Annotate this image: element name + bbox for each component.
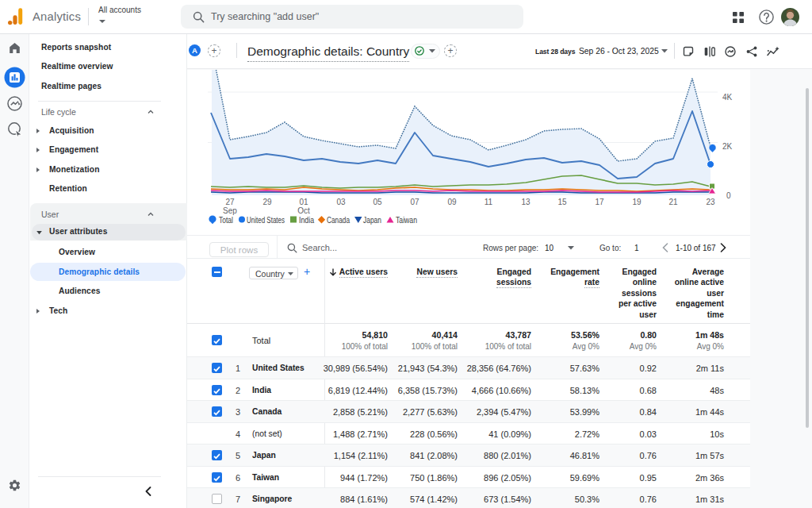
svg-text:Japan: Japan	[363, 216, 381, 225]
svg-text:Total: Total	[219, 216, 233, 225]
svg-text:13: 13	[521, 198, 530, 206]
svg-text:03: 03	[336, 198, 346, 206]
svg-text:01: 01	[299, 198, 308, 206]
svg-text:05: 05	[373, 198, 382, 206]
svg-text:07: 07	[410, 198, 419, 206]
svg-text:Taiwan: Taiwan	[396, 216, 417, 225]
svg-text:Oct: Oct	[297, 206, 310, 215]
svg-text:19: 19	[632, 198, 642, 206]
svg-text:27: 27	[225, 198, 235, 206]
svg-text:23: 23	[706, 198, 715, 206]
svg-text:29: 29	[262, 198, 272, 206]
svg-text:Sep: Sep	[223, 206, 237, 215]
svg-text:09: 09	[447, 198, 457, 206]
svg-text:15: 15	[557, 198, 567, 206]
svg-text:21: 21	[668, 198, 678, 206]
svg-text:0: 0	[726, 191, 731, 200]
svg-text:2K: 2K	[722, 142, 733, 151]
svg-text:11: 11	[485, 198, 493, 206]
svg-text:United States: United States	[247, 216, 285, 225]
svg-text:4K: 4K	[722, 93, 733, 102]
svg-text:India: India	[299, 216, 314, 225]
svg-text:17: 17	[595, 198, 604, 206]
svg-text:Canada: Canada	[327, 216, 350, 225]
